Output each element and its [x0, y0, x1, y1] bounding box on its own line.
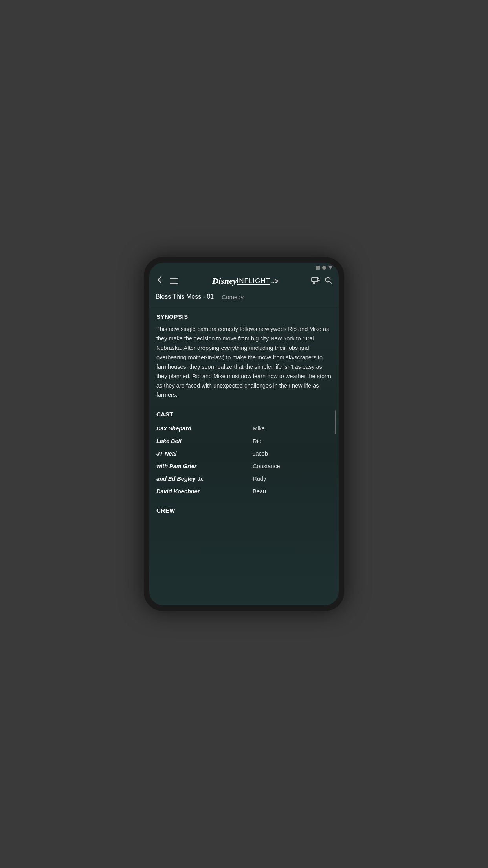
cast-row-pam: with Pam Grier Constance — [156, 460, 332, 473]
search-icon[interactable] — [325, 276, 332, 286]
back-button[interactable] — [156, 274, 163, 288]
status-circle-icon — [322, 266, 326, 270]
cast-row-dax: Dax Shepard Mike — [156, 422, 332, 435]
cast-role-beau: Beau — [253, 488, 266, 495]
cast-role-rudy: Rudy — [253, 476, 266, 482]
cast-section: CAST Dax Shepard Mike Lake Bell Rio JT N… — [156, 411, 332, 498]
cast-row-david: David Koechner Beau — [156, 485, 332, 498]
crew-section: CREW — [156, 507, 332, 514]
synopsis-section: SYNOPSIS This new single-camera comedy f… — [156, 313, 332, 400]
title-bar: Bless This Mess - 01 Comedy — [149, 291, 339, 305]
crew-heading: CREW — [156, 507, 332, 514]
svg-rect-0 — [312, 277, 318, 282]
status-bar — [149, 263, 339, 271]
nav-bar: Disney INFLIGHT — [149, 271, 339, 291]
cast-row-lake: Lake Bell Rio — [156, 435, 332, 447]
phone-device: Disney INFLIGHT — [144, 257, 344, 611]
episode-title: Bless This Mess - 01 — [156, 293, 214, 300]
cast-heading: CAST — [156, 411, 332, 417]
cast-row-ed: and Ed Begley Jr. Rudy — [156, 473, 332, 485]
genre-label: Comedy — [222, 294, 244, 300]
cast-name-david: David Koechner — [156, 488, 253, 495]
menu-button[interactable] — [168, 277, 180, 285]
cast-role-jacob: Jacob — [253, 451, 268, 457]
cast-icon[interactable] — [311, 277, 320, 286]
status-triangle-icon — [328, 266, 332, 270]
synopsis-heading: SYNOPSIS — [156, 313, 332, 320]
cast-name-dax: Dax Shepard — [156, 425, 253, 432]
synopsis-text: This new single-camera comedy follows ne… — [156, 325, 332, 400]
cast-name-jt: JT Neal — [156, 451, 253, 457]
app-logo: Disney INFLIGHT — [185, 276, 306, 286]
cast-name-ed: and Ed Begley Jr. — [156, 476, 253, 482]
cast-role-constance: Constance — [253, 463, 280, 469]
disney-logo-text: Disney — [212, 276, 237, 286]
cast-name-pam: with Pam Grier — [156, 463, 253, 469]
inflight-logo-text: INFLIGHT — [237, 277, 270, 285]
status-square-icon — [316, 266, 320, 270]
phone-screen: Disney INFLIGHT — [149, 263, 339, 605]
cast-role-rio: Rio — [253, 438, 261, 444]
scroll-indicator — [335, 410, 336, 434]
cast-role-mike: Mike — [253, 425, 265, 432]
content-area[interactable]: SYNOPSIS This new single-camera comedy f… — [149, 305, 339, 605]
cast-name-lake: Lake Bell — [156, 438, 253, 444]
cast-row-jt: JT Neal Jacob — [156, 447, 332, 460]
logo-arrow-icon — [271, 278, 279, 284]
